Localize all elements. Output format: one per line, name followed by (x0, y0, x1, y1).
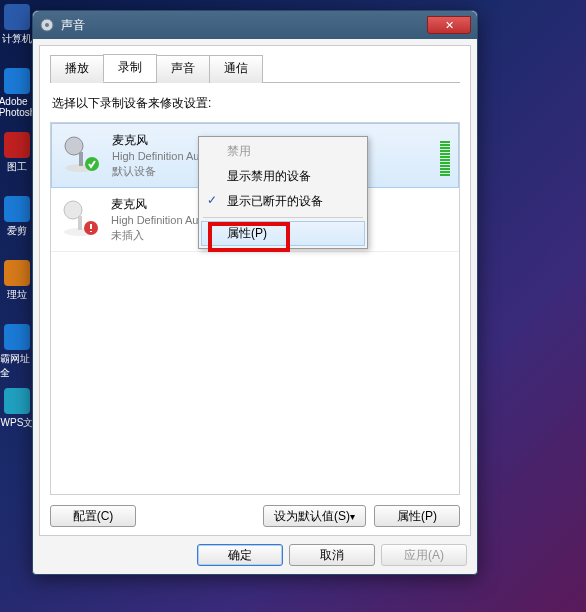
cancel-button[interactable]: 取消 (289, 544, 375, 566)
desktop-label: 爱剪 (7, 224, 27, 238)
svg-point-1 (45, 23, 49, 27)
desktop-label: 图工 (7, 160, 27, 174)
desktop-label: 理垃 (7, 288, 27, 302)
svg-point-4 (65, 137, 83, 155)
titlebar[interactable]: 声音 ✕ (33, 11, 477, 39)
ok-button[interactable]: 确定 (197, 544, 283, 566)
desktop-label: WPS文 (1, 416, 34, 430)
tabs: 播放 录制 声音 通信 (50, 54, 460, 83)
desktop-label: Adobe Photosh (0, 96, 35, 118)
microphone-icon (60, 132, 102, 174)
svg-point-8 (64, 201, 82, 219)
menu-properties[interactable]: 属性(P) (201, 221, 365, 246)
sound-dialog: 声音 ✕ 播放 录制 声音 通信 选择以下录制设备来修改设置: (32, 10, 478, 575)
properties-button[interactable]: 属性(P) (374, 505, 460, 527)
speaker-icon (39, 17, 55, 33)
menu-separator (203, 217, 363, 218)
desktop-label: 计算机 (2, 32, 32, 46)
tab-playback[interactable]: 播放 (50, 55, 104, 83)
configure-button[interactable]: 配置(C) (50, 505, 136, 527)
close-button[interactable]: ✕ (427, 16, 471, 34)
svg-rect-7 (78, 216, 82, 230)
level-meter (440, 132, 450, 176)
window-title: 声音 (61, 17, 85, 34)
desktop-label: 霸网址 全 (0, 352, 34, 380)
tab-communications[interactable]: 通信 (209, 55, 263, 83)
menu-disable[interactable]: 禁用 (201, 139, 365, 164)
menu-show-disabled[interactable]: 显示禁用的设备 (201, 164, 365, 189)
instruction-text: 选择以下录制设备来修改设置: (50, 83, 460, 122)
tab-recording[interactable]: 录制 (103, 54, 157, 82)
microphone-icon (59, 196, 101, 238)
apply-button[interactable]: 应用(A) (381, 544, 467, 566)
set-default-button[interactable]: 设为默认值(S) (263, 505, 366, 527)
context-menu: 禁用 显示禁用的设备 显示已断开的设备 属性(P) (198, 136, 368, 249)
menu-show-disconnected[interactable]: 显示已断开的设备 (201, 189, 365, 214)
svg-rect-3 (79, 152, 83, 166)
tab-sounds[interactable]: 声音 (156, 55, 210, 83)
close-icon: ✕ (445, 19, 454, 32)
